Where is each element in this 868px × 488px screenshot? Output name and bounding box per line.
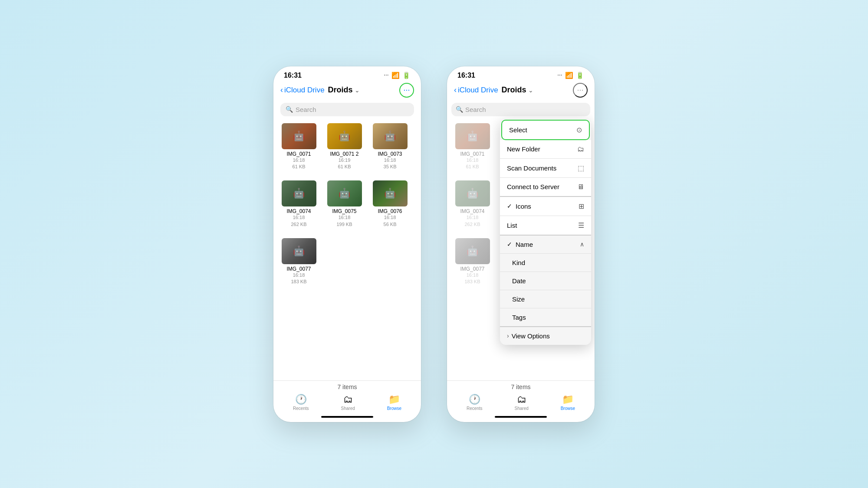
file-name-0071: IMG_0071 [286,151,311,157]
tab-recents-right[interactable]: 🕐 Recents [467,394,483,411]
dropdown-new-folder-item[interactable]: New Folder 🗂 [500,140,591,159]
file-grid-left: 🤖 IMG_0071 16:1861 KB 🤖 IMG_0071 2 16:19… [273,120,421,380]
new-folder-label: New Folder [507,145,540,153]
dropdown-date-item[interactable]: Date [500,272,591,290]
battery-icon-right: 🔋 [576,72,584,79]
bottom-bar-left: 7 items 🕐 Recents 🗂 Shared 📁 Browse [273,380,421,422]
file-thumb-0073: 🤖 [373,123,408,149]
list-item: 🤖 IMG_0074 16:18262 KB [454,180,491,228]
file-thumb-r077: 🤖 [455,238,490,264]
file-name-0076: IMG_0076 [378,208,402,214]
browse-label-left: Browse [387,406,401,411]
file-row-1: 🤖 IMG_0071 16:1861 KB 🤖 IMG_0071 2 16:19… [280,123,414,170]
dropdown-select-item[interactable]: Select ⊙ [501,120,590,140]
shared-icon-right: 🗂 [517,394,526,405]
dropdown-icons-item[interactable]: ✓ Icons ⊞ [500,197,591,216]
file-thumb-0077: 🤖 [282,238,316,264]
nav-back-label-left: iCloud Drive [284,86,325,95]
battery-icon-left: 🔋 [402,72,411,79]
wifi-icon-left: 📶 [391,72,400,79]
server-icon: 🖥 [577,183,584,191]
list-item[interactable]: 🤖 IMG_0074 16:18262 KB [280,180,317,228]
dropdown-view-options-item[interactable]: › View Options [500,327,591,345]
file-thumb-0075: 🤖 [327,180,362,206]
nav-title-text-left: Droids [328,85,353,95]
list-item[interactable]: 🤖 IMG_0073 16:1835 KB [372,123,408,170]
dropdown-name-item[interactable]: ✓ Name ∧ [500,236,591,254]
list-item[interactable]: 🤖 IMG_0071 2 16:1961 KB [326,123,363,170]
icons-view-icon: ⊞ [579,202,584,210]
recents-icon-right: 🕐 [469,394,480,405]
scan-documents-label: Scan Documents [507,164,556,172]
home-indicator-left [321,416,373,418]
name-sort-chevron: ∧ [580,241,584,248]
search-icon-right: 🔍 [456,106,463,113]
size-label: Size [512,295,525,303]
right-nav-area: 🔍 Search [447,101,595,120]
status-time-right: 16:31 [457,72,475,79]
file-thumb-r074: 🤖 [455,180,490,206]
list-item[interactable]: 🤖 IMG_0071 16:1861 KB [280,123,317,170]
more-button-right[interactable]: ··· [573,83,588,98]
file-thumb-0074: 🤖 [282,180,316,206]
tab-browse-left[interactable]: 📁 Browse [387,394,401,411]
home-indicator-right [495,416,547,418]
dropdown-scan-item[interactable]: Scan Documents ⬚ [500,159,591,178]
browse-label-right: Browse [561,406,575,411]
tab-recents-left[interactable]: 🕐 Recents [293,394,309,411]
file-name-0074: IMG_0074 [286,208,311,214]
list-item[interactable]: 🤖 IMG_0077 16:18183 KB [280,238,317,285]
file-name-00712: IMG_0071 2 [330,151,358,157]
back-chevron-left: ‹ [280,85,283,95]
wifi-icon-right: 📶 [565,72,573,79]
dropdown-menu: Select ⊙ New Folder 🗂 Scan Documents ⬚ C… [500,118,591,345]
nav-back-left[interactable]: ‹ iCloud Drive [280,85,325,95]
tab-shared-right[interactable]: 🗂 Shared [515,394,529,411]
items-count-right: 7 items [447,383,595,390]
search-placeholder-left: Search [296,106,316,113]
list-label: List [507,222,517,229]
browse-icon-right: 📁 [562,394,574,405]
search-icon-left: 🔍 [286,106,293,113]
dropdown-size-item[interactable]: Size [500,290,591,308]
file-row-2: 🤖 IMG_0074 16:18262 KB 🤖 IMG_0075 16:181… [280,180,414,228]
more-button-left[interactable]: ··· [399,83,414,98]
file-thumb-00712: 🤖 [327,123,362,149]
select-label: Select [509,126,527,134]
dropdown-list-item[interactable]: List ☰ [500,216,591,236]
signal-dots-left: ··· [384,73,389,78]
list-item[interactable]: 🤖 IMG_0076 16:1856 KB [372,180,408,228]
view-options-label: View Options [512,332,550,340]
scan-icon: ⬚ [578,164,584,172]
title-chevron-right: ⌄ [528,87,533,94]
nav-title-area-right: Droids ⌄ [502,85,569,95]
nav-back-right[interactable]: ‹ iCloud Drive [454,85,498,95]
dropdown-tags-item[interactable]: Tags [500,308,591,327]
tab-browse-right[interactable]: 📁 Browse [561,394,575,411]
tab-bar-right: 🕐 Recents 🗂 Shared 📁 Browse [447,393,595,414]
dropdown-kind-item[interactable]: Kind [500,254,591,272]
dropdown-connect-item[interactable]: Connect to Server 🖥 [500,178,591,197]
right-phone: 16:31 ··· 📶 🔋 ‹ iCloud Drive Droids ⌄ ··… [447,66,595,422]
tab-shared-left[interactable]: 🗂 Shared [341,394,355,411]
tags-label: Tags [512,314,526,321]
recents-icon-left: 🕐 [295,394,307,405]
search-bar-right[interactable]: 🔍 Search [451,103,590,116]
nav-title-area-left: Droids ⌄ [328,85,396,95]
search-bar-left[interactable]: 🔍 Search [280,103,414,116]
left-phone: 16:31 ··· 📶 🔋 ‹ iCloud Drive Droids ⌄ ··… [273,66,421,422]
icons-label: Icons [516,203,531,210]
bottom-bar-right: 7 items 🕐 Recents 🗂 Shared 📁 Browse [447,380,595,422]
file-row-3: 🤖 IMG_0077 16:18183 KB [280,238,414,285]
file-name-0077: IMG_0077 [286,266,311,272]
list-item[interactable]: 🤖 IMG_0075 16:18199 KB [326,180,363,228]
list-item: 🤖 IMG_0071 16:1861 KB [454,123,491,170]
connect-to-server-label: Connect to Server [507,183,559,190]
kind-label: Kind [512,259,525,266]
title-chevron-left: ⌄ [355,87,360,94]
shared-label-left: Shared [341,406,355,411]
select-icon: ⊙ [576,126,582,134]
status-icons-right: ··· 📶 🔋 [558,72,584,79]
status-time-left: 16:31 [284,72,302,79]
nav-title-text-right: Droids [502,85,526,95]
